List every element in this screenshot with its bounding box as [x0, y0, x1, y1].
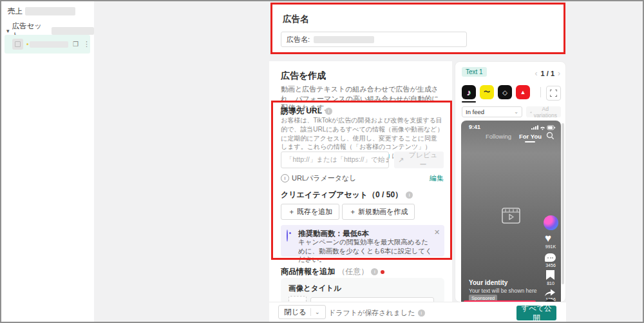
copy-icon[interactable]: ❐ [73, 41, 79, 48]
ad-variations-button[interactable]: Ad variations [526, 106, 561, 117]
search-icon [546, 132, 554, 140]
app-icon-tiktok[interactable]: ♪ [462, 85, 476, 99]
chevron-down-icon: ⌄ [514, 109, 518, 115]
next-page-icon[interactable]: › [558, 69, 560, 78]
divider [310, 308, 311, 316]
lightbulb-icon [287, 230, 288, 242]
status-time: 9:41 [469, 124, 480, 130]
ad-name-section-highlight: 広告名 広告名: [270, 3, 565, 54]
info-icon[interactable]: i [325, 108, 332, 115]
ad-preview-panel: Text 1 ‹ 1 / 1 › ♪ 〜 ◇ ▲ In feed ⌄ Ad v [455, 61, 566, 302]
bookmark-count: 810 [542, 281, 559, 286]
optional-tag: （任意） [337, 266, 368, 277]
app-icon-buzzvideo[interactable]: ▲ [516, 85, 530, 99]
publish-all-button[interactable]: すべて公開 [516, 306, 556, 320]
editor-footer: 閉じる ⌄ ドラフトが保存されました i すべて公開 [269, 302, 566, 322]
placement-value: In feed [466, 108, 484, 115]
info-icon[interactable]: i [406, 191, 413, 199]
app-icon-lemon8[interactable]: 〜 [480, 85, 494, 99]
caret-down-icon[interactable]: ▾ [6, 28, 10, 34]
ad-variations-label: Ad variations [534, 106, 557, 119]
external-link-icon: ↗ [398, 156, 404, 164]
draft-saved-label: ドラフトが保存されました [328, 308, 415, 318]
create-new-video-button[interactable]: ＋ 新規動画を作成 [342, 204, 415, 220]
bookmark-icon [546, 270, 554, 280]
placement-select[interactable]: In feed ⌄ [462, 106, 522, 117]
page-indicator: 1 / 1 [541, 70, 554, 77]
close-icon[interactable]: ✕ [434, 228, 440, 237]
ad-thumbnail-icon [12, 39, 23, 50]
comment-icon [545, 253, 556, 262]
add-existing-button[interactable]: ＋ 既存を追加 [281, 204, 339, 220]
draft-saved-status: ドラフトが保存されました i [328, 308, 425, 318]
comment-count: 3456 [542, 263, 559, 268]
tab-for-you: For You [519, 133, 542, 140]
capcut-glyph: ◇ [502, 89, 507, 96]
close-button-label: 閉じる [284, 308, 307, 317]
redacted-adgroup-name [52, 27, 94, 35]
preview-button[interactable]: ↗ プレビュー [394, 152, 444, 168]
redacted-ad-name [30, 41, 68, 48]
advertiser-avatar [544, 215, 558, 230]
create-ad-title: 広告を作成 [281, 70, 326, 82]
required-dot [381, 270, 384, 274]
recommended-videos-notice: 推奨動画数：最低6本 ✕ キャンペーンの閲覧効率を最大限高めるために、動画数を少… [281, 225, 444, 257]
identity-title: Your identity [469, 279, 507, 286]
redacted-campaign-name [25, 7, 75, 15]
edit-link[interactable]: 編集 [430, 173, 444, 183]
campaign-tree-sidebar: 売上 ▾ 広告セット ❐ ⋮ [1, 1, 94, 322]
notice-title: 推奨動画数：最低6本 [298, 229, 369, 239]
destination-url-input[interactable]: 「http://」または「https://」で始まるUR [281, 152, 389, 168]
active-tab-underline [525, 141, 535, 142]
chevron-down-icon: ⌄ [315, 309, 320, 315]
like-icon: ♥ [545, 233, 551, 244]
close-button[interactable]: 閉じる ⌄ [278, 305, 326, 319]
campaign-label: 売上 [8, 6, 23, 16]
ad-editor-panel: 広告を作成 動画と広告テキストの組み合わせで広告が生成され、パフォーマンスの高い… [269, 61, 452, 302]
destination-url-label: 誘導先 URL [281, 106, 322, 117]
preview-scrollbar[interactable] [562, 123, 564, 284]
identity-subtitle: Your text will be shown here [469, 288, 537, 294]
text-variant-badge: Text 1 [462, 67, 487, 77]
product-info-header: 商品情報を追加 （任意） i [281, 266, 384, 277]
info-icon: i [281, 174, 289, 182]
redacted-ad-name-value [314, 36, 374, 43]
url-placeholder: 「http://」または「https://」で始まるUR [286, 155, 389, 164]
ad-name-title: 広告名 [283, 14, 309, 25]
fullscreen-icon[interactable] [546, 86, 561, 101]
preview-button-label: プレビュー [406, 150, 440, 170]
sidebar-item-campaign[interactable]: 売上 [8, 6, 75, 16]
buzzvideo-glyph: ▲ [520, 89, 526, 95]
image-title-label: 画像とタイトル [289, 284, 341, 293]
ad-name-input-prefix: 広告名: [287, 35, 310, 44]
sidebar-item-ad-selected[interactable]: ❐ ⋮ [5, 35, 90, 54]
prev-page-icon[interactable]: ‹ [535, 69, 538, 78]
selected-app-underline [462, 101, 476, 103]
preview-pagination: ‹ 1 / 1 › [535, 69, 560, 78]
ad-name-input[interactable]: 広告名: [281, 32, 467, 47]
phone-preview: 9:41 Following For You ♥ 991K [461, 121, 561, 302]
destination-url-header: 誘導先 URL i [281, 106, 332, 117]
share-icon [544, 288, 556, 297]
product-info-label: 商品情報を追加 [281, 266, 335, 277]
info-icon[interactable]: i [371, 268, 378, 275]
image-title-card: 画像とタイトル [281, 278, 444, 304]
video-placeholder-icon [502, 208, 520, 224]
status-icons [531, 124, 556, 130]
creative-assets-header: クリエイティブアセット（0 / 50） i [281, 190, 413, 201]
ads-manager-window: 売上 ▾ 広告セット ❐ ⋮ 広告名 広告名: 広告を作成 動画と広告テキストの… [0, 0, 644, 323]
tab-following: Following [486, 133, 511, 140]
url-parameter-note-label: URLパラメータなし [292, 173, 357, 183]
tiktok-note-glyph: ♪ [467, 88, 471, 97]
lemon8-glyph: 〜 [484, 88, 490, 97]
like-count: 991K [542, 244, 559, 249]
creative-assets-label: クリエイティブアセット（0 / 50） [281, 190, 402, 201]
notice-body: キャンペーンの閲覧効率を最大限高めるために、動画数を少なくとも6本に設定してくだ… [298, 238, 435, 264]
info-icon[interactable]: i [418, 309, 425, 317]
status-dot [26, 43, 28, 45]
divider [540, 87, 541, 97]
kebab-menu-icon[interactable]: ⋮ [83, 41, 90, 48]
url-parameter-note: i URLパラメータなし [281, 173, 357, 183]
app-icon-capcut[interactable]: ◇ [498, 85, 512, 99]
